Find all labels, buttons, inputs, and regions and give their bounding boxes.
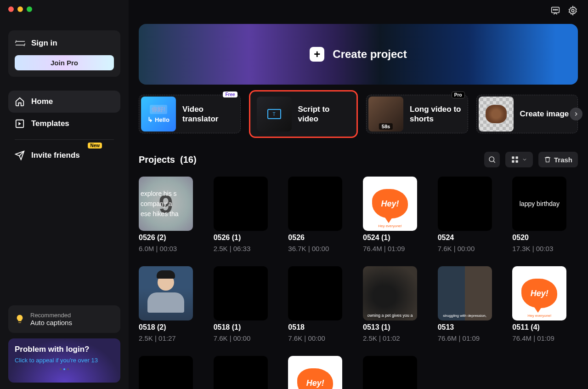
- view-toggle-button[interactable]: [505, 152, 533, 167]
- create-project-label: Create project: [333, 48, 407, 61]
- sidebar-item-templates[interactable]: Templates: [8, 113, 120, 135]
- project-meta: 76.4M | 01:09: [363, 245, 429, 252]
- trash-button[interactable]: Trash: [538, 152, 578, 167]
- svg-point-6: [489, 157, 494, 162]
- project-meta: 36.7K | 00:00: [288, 245, 354, 252]
- carousel-dot[interactable]: [60, 368, 62, 370]
- close-window-button[interactable]: [8, 6, 14, 12]
- project-meta: 76.4M | 01:09: [512, 334, 578, 342]
- sidebar-item-home[interactable]: Home: [8, 91, 120, 113]
- recommended-card[interactable]: Recommended Auto captions: [8, 305, 120, 333]
- thumb-duration: 58s: [379, 123, 393, 130]
- tool-card-long-to-shorts[interactable]: Pro 58s Long video to shorts: [366, 95, 468, 133]
- project-card[interactable]: 05187.6K | 00:00: [288, 266, 354, 342]
- project-card[interactable]: Hey!Hey everyone!: [288, 356, 354, 389]
- tools-next-button[interactable]: [570, 108, 582, 120]
- svg-point-4: [557, 9, 558, 10]
- project-card[interactable]: lappy birthday052017.3K | 00:03: [512, 177, 578, 252]
- thumb-text: 你好!: [150, 105, 167, 114]
- tool-card-create-image[interactable]: Create image: [476, 95, 578, 133]
- minimize-window-button[interactable]: [17, 6, 23, 12]
- project-card[interactable]: 0518 (2)2.5K | 01:27: [139, 266, 204, 342]
- settings-icon[interactable]: [568, 6, 578, 16]
- signin-button[interactable]: Sign in: [15, 37, 114, 50]
- project-meta: 7.6K | 00:00: [214, 334, 279, 342]
- project-card[interactable]: owning a pet gives you a0513 (1)2.5K | 0…: [363, 266, 429, 342]
- project-name: 0524: [438, 234, 503, 242]
- project-meta: 6.0M | 00:03: [139, 245, 204, 252]
- project-name: 0526 (1): [214, 234, 279, 242]
- tool-thumb: 58s: [368, 97, 403, 132]
- window-controls: [8, 6, 120, 12]
- project-card[interactable]: [139, 356, 204, 389]
- search-icon: [488, 155, 496, 164]
- project-name: 0513 (1): [363, 323, 429, 332]
- project-thumb: [438, 177, 492, 231]
- svg-rect-10: [515, 160, 518, 163]
- svg-rect-7: [512, 156, 514, 159]
- project-thumb: [214, 177, 268, 231]
- project-meta: 17.3K | 00:03: [512, 245, 578, 252]
- tool-card-video-translator[interactable]: Free 你好! ↳Hello Video translator: [139, 95, 241, 133]
- tool-thumb: [479, 97, 514, 132]
- project-thumb: [139, 266, 193, 320]
- tool-title: Script to video: [298, 104, 351, 124]
- sidebar-bottom: Recommended Auto captions Problem with l…: [8, 305, 120, 383]
- project-card[interactable]: 052636.7K | 00:00: [288, 177, 354, 252]
- svg-point-5: [571, 9, 574, 12]
- tool-card-script-to-video[interactable]: T Script to video: [249, 90, 358, 138]
- search-button[interactable]: [484, 152, 500, 167]
- recommended-value: Auto captions: [30, 319, 72, 326]
- sidebar-item-invite[interactable]: New Invite friends: [8, 144, 120, 166]
- create-project-hero[interactable]: + Create project: [139, 24, 578, 85]
- project-name: 0518: [288, 323, 354, 332]
- home-icon: [15, 97, 25, 107]
- carousel-dot[interactable]: [67, 368, 69, 370]
- sidebar-item-label: Invite friends: [31, 151, 80, 160]
- signin-panel: Sign in Join Pro: [8, 30, 120, 77]
- projects-actions: Trash: [484, 152, 578, 167]
- thumb-text: ↳Hello: [147, 116, 170, 123]
- main-content: + Create project Free 你好! ↳Hello Video t…: [129, 0, 588, 389]
- project-card[interactable]: [363, 356, 429, 389]
- sidebar-item-label: Home: [31, 97, 53, 106]
- trash-label: Trash: [554, 156, 572, 164]
- project-card[interactable]: 0526 (1)2.5K | 06:33: [214, 177, 279, 252]
- carousel-dots: [15, 368, 114, 370]
- carousel-dot[interactable]: [63, 368, 65, 370]
- project-card[interactable]: Hey!Hey everyone!0511 (4)76.4M | 01:09: [512, 266, 578, 342]
- project-card[interactable]: 05247.6K | 00:00: [438, 177, 503, 252]
- svg-rect-8: [515, 156, 518, 159]
- project-card[interactable]: 9explore his scompany aese hikes tha0526…: [139, 177, 204, 252]
- pro-badge: Pro: [452, 92, 465, 98]
- project-thumb: [288, 266, 342, 320]
- project-name: 0524 (1): [363, 234, 429, 242]
- join-pro-button[interactable]: Join Pro: [15, 55, 114, 70]
- project-card[interactable]: [214, 356, 279, 389]
- tool-cards-row: Free 你好! ↳Hello Video translator T Scrip…: [139, 95, 578, 133]
- feedback-icon[interactable]: [550, 6, 560, 16]
- login-promo-card[interactable]: Problem with login? Click to appeal if y…: [8, 338, 120, 383]
- maximize-window-button[interactable]: [27, 6, 32, 12]
- project-name: 0511 (4): [512, 323, 578, 332]
- project-card[interactable]: struggling with depression,051376.6M | 0…: [438, 266, 503, 342]
- free-badge: Free: [223, 92, 237, 97]
- projects-grid: 9explore his scompany aese hikes tha0526…: [139, 177, 578, 389]
- project-meta: 7.6K | 00:00: [438, 245, 503, 252]
- projects-title: Projects (16): [139, 154, 197, 165]
- project-card[interactable]: 0518 (1)7.6K | 00:00: [214, 266, 279, 342]
- recommended-label: Recommended: [30, 312, 72, 319]
- project-meta: 7.6K | 00:00: [288, 334, 354, 342]
- project-name: 0526: [288, 234, 354, 242]
- project-name: 0520: [512, 234, 578, 242]
- templates-icon: [15, 119, 25, 129]
- project-thumb: [214, 266, 268, 320]
- project-thumb: lappy birthday: [512, 177, 566, 231]
- project-name: 0518 (1): [214, 323, 279, 332]
- plus-icon: +: [310, 47, 324, 62]
- project-thumb: Hey!Hey everyone!: [288, 356, 342, 389]
- project-card[interactable]: Hey!Hey everyone!0524 (1)76.4M | 01:09: [363, 177, 429, 252]
- project-meta: 2.5K | 01:27: [139, 334, 204, 342]
- project-thumb: [139, 356, 193, 389]
- signin-label: Sign in: [31, 39, 57, 48]
